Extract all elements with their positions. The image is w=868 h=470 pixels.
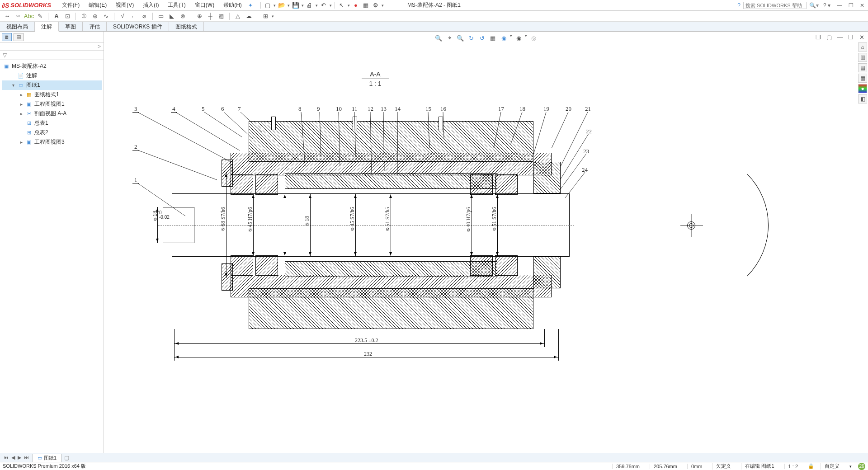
area-hatch-icon[interactable]: ▨ [217, 12, 226, 21]
tree-expander[interactable]: ▸ [19, 111, 24, 116]
balloon[interactable]: 18 [519, 105, 525, 113]
tree-expander[interactable]: ▸ [19, 140, 24, 145]
property-tab-icon[interactable]: ▤ [14, 33, 24, 41]
geometric-tolerance-icon[interactable]: ▭ [156, 12, 165, 21]
open-icon[interactable]: 📂 [278, 1, 286, 9]
status-custom[interactable]: 自定义 [821, 463, 843, 470]
status-dropdown-icon[interactable]: ▾ [849, 464, 852, 469]
tab-sketch[interactable]: 草图 [59, 22, 83, 31]
smart-dimension-icon[interactable]: ↔ [3, 12, 12, 21]
datum-feature-icon[interactable]: ◣ [167, 12, 176, 21]
new-icon[interactable]: ▢ [264, 1, 272, 9]
balloon[interactable]: 7 [238, 105, 241, 113]
dim-d45b[interactable]: ⌀45 S7/h6 [349, 207, 356, 233]
sheet-tab[interactable]: ▭ 图纸1 [33, 454, 61, 462]
dim-d68[interactable]: ⌀68 S7/h6 [220, 207, 226, 233]
restore-icon[interactable]: ❐ [847, 2, 855, 9]
sheet-next-icon[interactable]: ▶ [17, 455, 22, 461]
balloon[interactable]: 10 [336, 105, 342, 113]
balloon[interactable]: 3 [134, 105, 137, 113]
sheet-first-icon[interactable]: ⏮ [3, 455, 9, 461]
rebuild-icon[interactable]: ● [352, 1, 360, 9]
minimize-icon[interactable]: — [835, 2, 844, 9]
format-painter-icon[interactable]: ✎ [35, 12, 44, 21]
dim-len2[interactable]: 232 [364, 351, 372, 357]
auto-balloon-icon[interactable]: ⊕ [90, 12, 99, 21]
balloon[interactable]: 1 [134, 176, 137, 183]
balloon[interactable]: 21 [585, 105, 591, 113]
close-icon[interactable]: ✕ [858, 2, 866, 9]
balloon-icon[interactable]: ① [80, 12, 89, 21]
menu-window[interactable]: 窗口(W) [193, 0, 216, 10]
balloon[interactable]: 12 [368, 105, 373, 113]
dim-d40[interactable]: ⌀40 H7/p6 [465, 207, 472, 234]
dim-d45a[interactable]: ⌀45 H7/p6 [247, 207, 254, 234]
tab-addins[interactable]: SOLIDWORKS 插件 [107, 22, 169, 31]
tree-item[interactable]: ▾ ▭ 图纸1 [2, 80, 102, 90]
balloon[interactable]: 9 [317, 105, 320, 113]
status-lock-icon[interactable]: 🔒 [808, 463, 814, 469]
model-items-icon[interactable]: ⎃ [14, 12, 23, 21]
tree-item[interactable]: ⊞ 总表2 [2, 128, 102, 137]
undo-icon[interactable]: ↶ [320, 1, 328, 9]
weld-symbol-icon[interactable]: ⌐ [129, 12, 138, 21]
tree-filter[interactable]: ▽ [0, 51, 104, 60]
balloon[interactable]: 2 [134, 143, 137, 150]
balloon[interactable]: 14 [395, 105, 401, 113]
tab-annotation[interactable]: 注解 [35, 22, 59, 32]
centerline-icon[interactable]: ┼ [206, 12, 215, 21]
menu-tools[interactable]: 工具(T) [166, 0, 187, 10]
feature-tree-tab-icon[interactable]: 🗎 [2, 33, 12, 41]
balloon[interactable]: 24 [582, 166, 588, 174]
menu-help[interactable]: 帮助(H) [222, 0, 244, 10]
balloon[interactable]: 17 [498, 105, 504, 113]
balloon[interactable]: 4 [172, 105, 175, 113]
add-sheet-icon[interactable]: ▢ [64, 455, 69, 461]
tree-item[interactable]: ▸ ▦ 图纸格式1 [2, 90, 102, 99]
tree-item[interactable]: ▸ ▣ 工程图视图3 [2, 137, 102, 147]
select-icon[interactable]: ↖ [338, 1, 346, 9]
help-dropdown-icon[interactable]: ? ▾ [821, 2, 832, 9]
dim-d51a[interactable]: ⌀51 S7/h5 [384, 207, 391, 233]
tree-item[interactable]: 📄 注解 [2, 71, 102, 80]
balloon[interactable]: 20 [566, 105, 571, 113]
magnetic-line-icon[interactable]: ∿ [101, 12, 110, 21]
balloon[interactable]: 8 [298, 105, 302, 113]
menu-edit[interactable]: 编辑(E) [87, 0, 108, 10]
sheet-last-icon[interactable]: ⏭ [23, 455, 30, 461]
tree-root[interactable]: ▣ MS-装配体-A2 [2, 61, 102, 71]
balloon[interactable]: 19 [543, 105, 549, 113]
sheet-prev-icon[interactable]: ◀ [10, 455, 16, 461]
tree-expander[interactable]: ▸ [19, 102, 24, 107]
note-icon[interactable]: A [52, 12, 61, 21]
tree-expander[interactable]: ▾ [11, 83, 15, 88]
tab-sheet-format[interactable]: 图纸格式 [169, 22, 204, 31]
tree-expander[interactable]: ▸ [19, 92, 24, 97]
menu-file[interactable]: 文件(F) [60, 0, 81, 10]
options-icon[interactable]: ▦ [362, 1, 370, 9]
balloon[interactable]: 6 [221, 105, 224, 113]
status-notification-badge[interactable]: 26 [858, 463, 865, 470]
help-search-input[interactable] [743, 2, 807, 9]
datum-target-icon[interactable]: ⊗ [178, 12, 187, 21]
search-dropdown-icon[interactable]: 🔍▾ [809, 2, 819, 9]
balloon[interactable]: 23 [583, 148, 589, 155]
linear-note-pattern-icon[interactable]: ⊡ [63, 12, 72, 21]
save-icon[interactable]: 💾 [292, 1, 300, 9]
balloon[interactable]: 15 [425, 105, 431, 113]
balloon[interactable]: 5 [202, 105, 205, 113]
tree-item[interactable]: ▸ ✂ 剖面视图 A-A [2, 109, 102, 118]
balloon[interactable]: 11 [352, 105, 358, 113]
balloon[interactable]: 13 [381, 105, 387, 113]
menu-view[interactable]: 视图(V) [114, 0, 136, 10]
tree-item[interactable]: ▸ ▣ 工程图视图1 [2, 99, 102, 109]
tab-evaluate[interactable]: 评估 [83, 22, 107, 31]
dim-d18[interactable]: ⌀18 [304, 216, 311, 228]
dim-d51b[interactable]: ⌀51 S7/h6 [491, 207, 498, 233]
hole-callout-icon[interactable]: ⌀ [140, 12, 149, 21]
help-icon[interactable]: ? [737, 2, 741, 9]
revision-cloud-icon[interactable]: ☁ [244, 12, 253, 21]
panel-nav-right-icon[interactable]: > [98, 43, 101, 50]
settings-icon[interactable]: ⚙ [372, 1, 380, 9]
balloon[interactable]: 22 [586, 128, 592, 135]
